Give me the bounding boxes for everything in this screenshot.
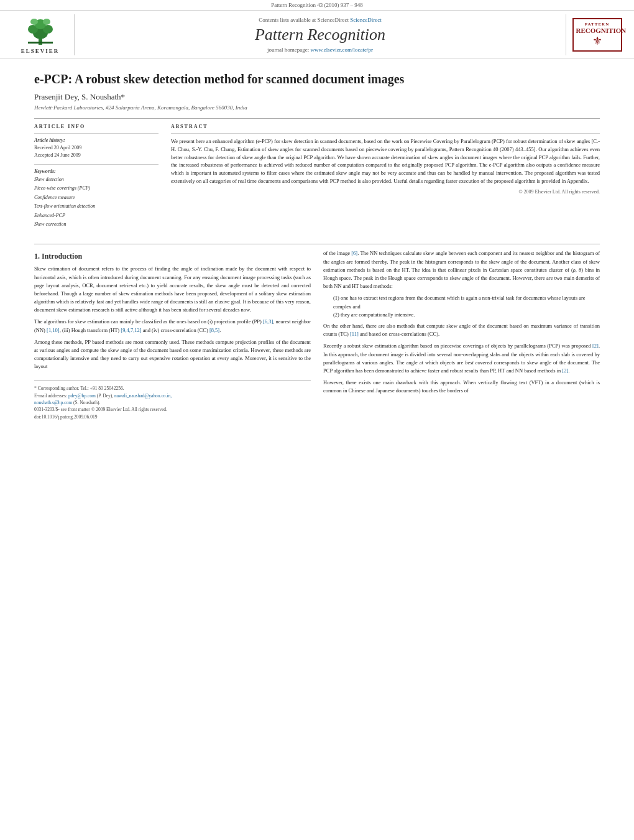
accepted-date: Accepted 24 June 2009 — [34, 152, 158, 159]
divider-1 — [34, 118, 600, 119]
keywords-block: Keywords: Skew detection Piece-wise cove… — [34, 168, 158, 229]
pr-logo-icon: ⚜ — [576, 34, 618, 48]
keyword-6: Skew correction — [34, 220, 158, 229]
page-number: Pattern Recognition 43 (2010) 937 – 948 — [0, 0, 634, 11]
elsevier-tree-icon — [22, 16, 59, 47]
divider-2 — [34, 244, 600, 244]
footnote-emails: E-mail addresses: pdey@hp.com (P. Dey), … — [34, 392, 311, 407]
keyword-3: Confidence measure — [34, 193, 158, 202]
pr-logo-box: PATTERN RECOGNITION ⚜ — [572, 18, 622, 52]
article-info-label: ARTICLE INFO — [34, 124, 158, 129]
demerit-2: (2) they are computationally intensive. — [333, 311, 600, 320]
intro-para-3: Among these methods, PP based methods ar… — [34, 338, 311, 371]
intro-section-title: 1. Introduction — [34, 252, 311, 261]
footnote-star: * Corresponding author. Tel.: +91 80 250… — [34, 385, 311, 392]
elsevier-logo: ELSEVIER — [21, 16, 60, 54]
history-label: Article history: — [34, 137, 158, 143]
right-para-1: of the image [6]. The NN techniques calc… — [323, 249, 600, 290]
copyright-line: © 2009 Elsevier Ltd. All rights reserved… — [171, 189, 600, 195]
article-history-block: Article history: Received 20 April 2009 … — [34, 137, 158, 159]
info-divider-3 — [171, 133, 600, 134]
sciencedirect-link[interactable]: ScienceDirect — [350, 17, 381, 23]
journal-center: Contents lists available at ScienceDirec… — [81, 14, 559, 55]
keyword-5: Enhanced-PCP — [34, 211, 158, 220]
ref-8-5[interactable]: [8,5] — [209, 327, 219, 333]
right-para-4: However, there exists one main drawback … — [323, 379, 600, 395]
body-right-col: of the image [6]. The NN techniques calc… — [323, 249, 600, 420]
journal-homepage: journal homepage: www.elsevier.com/locat… — [267, 47, 373, 53]
abstract-col: ABSTRACT We present here an enhanced alg… — [171, 124, 600, 234]
keyword-4: Text-flow orientation detection — [34, 202, 158, 211]
doi-line: doi:10.1016/j.patcog.2009.06.019 — [34, 414, 311, 420]
keywords-list: Skew detection Piece-wise coverings (PCP… — [34, 175, 158, 229]
svg-rect-7 — [28, 42, 53, 44]
abstract-text: We present here an enhanced algorithm (e… — [171, 137, 600, 185]
ref-11[interactable]: [11] — [350, 331, 359, 337]
demerit-1: (1) one has to extract text regions from… — [333, 294, 600, 311]
body-two-col: 1. Introduction Skew estimation of docum… — [34, 249, 600, 420]
received-date: Received 20 April 2009 — [34, 144, 158, 152]
info-divider-2 — [34, 164, 158, 165]
abstract-label: ABSTRACT — [171, 124, 600, 129]
elsevier-text: ELSEVIER — [21, 48, 60, 54]
intro-para-1: Skew estimation of document refers to th… — [34, 265, 311, 314]
ref-1-10[interactable]: [1,10] — [47, 327, 60, 333]
article-affiliation: Hewlett-Packard Laboratories, #24 Salarp… — [34, 104, 600, 111]
article-info-col: ARTICLE INFO Article history: Received 2… — [34, 124, 158, 234]
body-left-col: 1. Introduction Skew estimation of docum… — [34, 249, 311, 420]
email2-link[interactable]: nawali_naushad@yahoo.co.in, — [114, 393, 172, 399]
ref-6-3[interactable]: [6,3] — [263, 318, 273, 325]
ref-2[interactable]: [2] — [592, 343, 599, 349]
journal-header: ELSEVIER Contents lists available at Sci… — [0, 11, 634, 58]
article-title: e-PCP: A robust skew detection method fo… — [34, 71, 600, 87]
svg-point-6 — [43, 19, 50, 25]
page: Pattern Recognition 43 (2010) 937 – 948 … — [0, 0, 634, 840]
journal-title: Pattern Recognition — [255, 25, 385, 44]
ref-6[interactable]: [6] — [351, 250, 357, 256]
keywords-label: Keywords: — [34, 168, 158, 174]
pr-logo-main: RECOGNITION — [576, 27, 618, 34]
right-para-3: Recently a robust skew estimation algori… — [323, 342, 600, 375]
ref-2b[interactable]: [2] — [562, 367, 568, 374]
footnote-section: * Corresponding author. Tel.: +91 80 250… — [34, 381, 311, 420]
email1-link[interactable]: pdey@hp.com — [68, 393, 96, 399]
article-meta-row: ARTICLE INFO Article history: Received 2… — [34, 124, 600, 234]
homepage-link[interactable]: www.elsevier.com/locate/pr — [311, 47, 373, 53]
right-para-2: On the other hand, there are also method… — [323, 322, 600, 338]
contents-line: Contents lists available at ScienceDirec… — [259, 17, 382, 23]
pr-logo-top: PATTERN — [576, 22, 618, 27]
ref-9-4-7-12[interactable]: [9,4,7,12] — [121, 327, 141, 333]
email3-link[interactable]: noushath.s@hp.com — [34, 400, 72, 405]
keyword-1: Skew detection — [34, 175, 158, 184]
copyright-bottom: 0031-3203/$- see front matter © 2009 Els… — [34, 406, 311, 413]
keyword-2: Piece-wise coverings (PCP) — [34, 184, 158, 193]
pr-logo-area: PATTERN RECOGNITION ⚜ — [566, 14, 622, 55]
article-authors: Prasenjit Dey, S. Noushath* — [34, 92, 600, 102]
svg-point-5 — [30, 19, 38, 25]
info-divider-1 — [34, 133, 158, 134]
intro-para-2: The algorithms for skew estimation can m… — [34, 318, 311, 334]
elsevier-logo-area: ELSEVIER — [12, 14, 75, 55]
main-content: e-PCP: A robust skew detection method fo… — [0, 58, 634, 432]
demerits-list: (1) one has to extract text regions from… — [333, 294, 600, 320]
